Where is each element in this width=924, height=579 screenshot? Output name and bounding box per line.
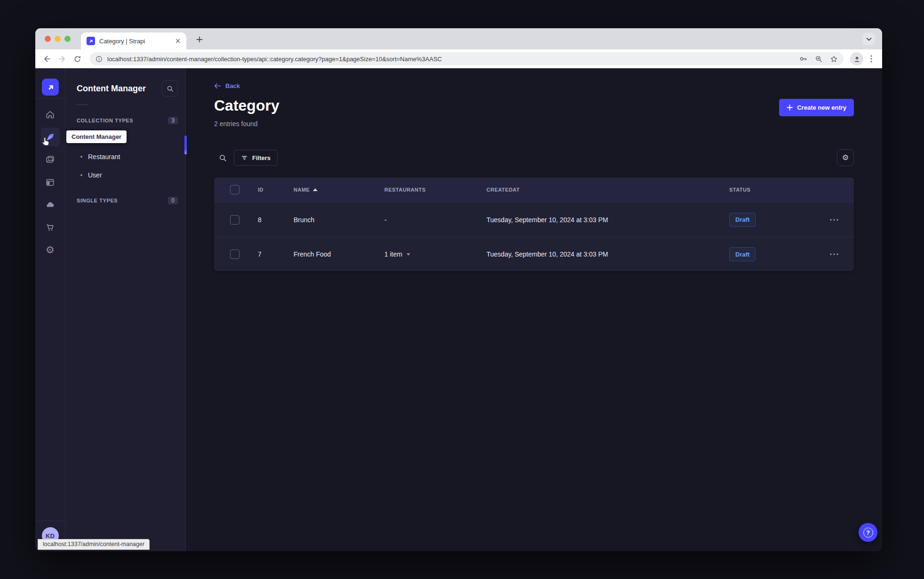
select-all-checkbox[interactable] (230, 185, 239, 194)
close-window-button[interactable] (45, 36, 51, 42)
nav-item-content-type-builder[interactable] (41, 173, 60, 192)
browser-menu-button[interactable] (866, 52, 876, 65)
back-label: Back (225, 82, 240, 89)
search-icon (167, 85, 174, 92)
plus-icon (787, 105, 793, 111)
strapi-favicon-icon (87, 37, 95, 45)
kebab-menu-icon (870, 55, 872, 63)
nav-item-settings[interactable]: ⚙ (41, 241, 60, 259)
row-checkbox[interactable] (230, 215, 239, 225)
question-mark-icon: ? (863, 528, 873, 538)
filter-toolbar: Filters ⚙ (214, 149, 854, 166)
arrow-left-icon (214, 83, 221, 89)
window-controls (45, 36, 71, 42)
browser-window: Category | Strapi × + localhost:1337/adm… (35, 28, 882, 551)
entries-table: ID NAME RESTAURANTS CREATEDAT STATUS 8 B… (214, 177, 854, 271)
layout-icon (45, 177, 56, 188)
sidebar-item-label: User (88, 171, 102, 179)
subnav-search-button[interactable] (162, 80, 178, 96)
nav-item-home[interactable] (41, 105, 60, 124)
table-row[interactable]: 7 French Food 1 item Tuesday, September … (214, 237, 854, 271)
row-actions-menu[interactable] (821, 219, 847, 221)
status-badge: Draft (729, 247, 756, 261)
media-library-icon (45, 154, 56, 165)
browser-tab[interactable]: Category | Strapi × (81, 32, 186, 49)
single-types-section: SINGLE TYPES 0 (65, 197, 185, 204)
subnav-divider (77, 105, 88, 105)
url-text: localhost:1337/admin/content-manager/col… (107, 56, 794, 63)
collection-types-label: COLLECTION TYPES (77, 118, 133, 123)
info-icon[interactable] (96, 56, 103, 63)
zoom-in-icon[interactable] (815, 55, 823, 63)
forward-button[interactable] (56, 53, 68, 65)
sidebar-item-user[interactable]: User (65, 166, 185, 184)
strapi-logo[interactable] (42, 79, 59, 96)
subnav-title: Content Manager (77, 84, 146, 94)
gear-icon: ⚙ (46, 245, 55, 255)
link-preview-status-bar: localhost:1337/admin/content-manager (38, 539, 150, 550)
nav-item-cloud[interactable] (41, 195, 60, 214)
column-header-createdat: CREATEDAT (486, 187, 729, 193)
nav-divider (35, 98, 65, 98)
minimize-window-button[interactable] (55, 36, 61, 42)
tab-title: Category | Strapi (99, 38, 169, 45)
collection-types-section: COLLECTION TYPES 3 (65, 117, 185, 124)
chevron-down-icon (406, 253, 410, 256)
cell-restaurants[interactable]: 1 item (384, 250, 486, 258)
status-badge: Draft (729, 213, 756, 227)
sidebar-item-restaurant[interactable]: Restaurant (65, 147, 185, 166)
row-checkbox[interactable] (230, 249, 239, 259)
shopping-cart-icon (45, 222, 56, 233)
arrow-right-icon (58, 55, 66, 63)
zoom-window-button[interactable] (64, 36, 71, 42)
create-new-entry-button[interactable]: Create new entry (779, 99, 854, 116)
reload-button[interactable] (71, 53, 83, 65)
cell-name: Brunch (294, 216, 384, 224)
search-icon (219, 154, 227, 162)
address-bar[interactable]: localhost:1337/admin/content-manager/col… (90, 52, 844, 65)
gear-icon: ⚙ (842, 154, 849, 161)
cell-createdat: Tuesday, September 10, 2024 at 3:03 PM (486, 250, 729, 258)
bookmark-star-icon[interactable] (830, 55, 838, 63)
ellipsis-icon (829, 253, 839, 255)
back-button[interactable] (41, 53, 53, 65)
entries-count: 2 entries found (214, 120, 854, 128)
browser-toolbar: localhost:1337/admin/content-manager/col… (35, 49, 882, 68)
close-tab-icon[interactable]: × (174, 37, 182, 45)
collection-types-count: 3 (168, 117, 178, 124)
table-row[interactable]: 8 Brunch - Tuesday, September 10, 2024 a… (214, 202, 854, 237)
page-title: Category (214, 97, 279, 114)
bullet-icon (80, 156, 82, 158)
main-content: Back Category Create new entry 2 entries… (186, 68, 882, 551)
cell-createdat: Tuesday, September 10, 2024 at 3:03 PM (486, 216, 729, 224)
column-header-name[interactable]: NAME (294, 187, 384, 193)
help-button[interactable]: ? (859, 523, 877, 542)
nav-item-marketplace[interactable] (41, 218, 60, 237)
home-icon (45, 109, 56, 120)
main-nav: ⚙ KD (35, 68, 65, 551)
password-key-icon[interactable] (799, 55, 808, 63)
strapi-app: ⚙ KD Content Manager COLLECTION TYPES 3 (35, 68, 882, 551)
arrow-left-icon (43, 55, 51, 63)
omnibox-actions (799, 55, 838, 63)
subnav-scrollbar[interactable] (184, 136, 187, 154)
new-tab-button[interactable]: + (193, 33, 206, 45)
nav-item-media-library[interactable] (41, 150, 60, 169)
cell-id: 7 (258, 250, 294, 258)
cell-restaurants: - (384, 216, 486, 224)
column-header-status: STATUS (729, 187, 821, 193)
table-header: ID NAME RESTAURANTS CREATEDAT STATUS (214, 177, 854, 202)
reload-icon (73, 55, 81, 63)
browser-profile-button[interactable] (850, 52, 863, 65)
tab-search-button[interactable] (862, 33, 875, 45)
filter-funnel-icon (241, 154, 248, 161)
view-settings-button[interactable]: ⚙ (837, 149, 854, 166)
search-entries-button[interactable] (214, 149, 231, 166)
filters-button[interactable]: Filters (234, 150, 278, 166)
strapi-logo-icon (46, 82, 55, 92)
row-actions-menu[interactable] (821, 253, 847, 255)
ellipsis-icon (829, 219, 839, 221)
back-link[interactable]: Back (214, 82, 240, 89)
bullet-icon (80, 174, 82, 176)
column-header-id[interactable]: ID (258, 187, 294, 193)
